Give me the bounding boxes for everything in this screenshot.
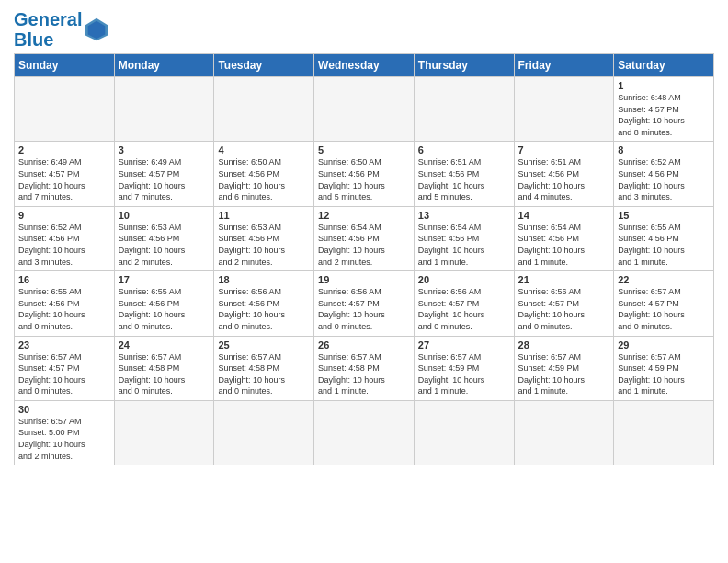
calendar-cell: 10Sunrise: 6:53 AM Sunset: 4:56 PM Dayli… [114, 206, 214, 270]
day-number: 2 [18, 144, 110, 155]
day-number: 27 [418, 339, 510, 350]
calendar-week-row: 16Sunrise: 6:55 AM Sunset: 4:56 PM Dayli… [15, 271, 714, 336]
day-number: 20 [418, 274, 510, 285]
calendar-cell: 6Sunrise: 6:51 AM Sunset: 4:56 PM Daylig… [414, 142, 514, 206]
calendar-header-row: SundayMondayTuesdayWednesdayThursdayFrid… [15, 54, 714, 77]
day-number: 17 [119, 274, 210, 285]
col-header-saturday: Saturday [614, 54, 714, 77]
calendar-cell [514, 400, 614, 465]
calendar-cell: 30Sunrise: 6:57 AM Sunset: 5:00 PM Dayli… [15, 400, 115, 465]
calendar-cell [314, 400, 415, 465]
col-header-thursday: Thursday [414, 54, 514, 77]
col-header-wednesday: Wednesday [314, 54, 415, 77]
day-info: Sunrise: 6:54 AM Sunset: 4:56 PM Dayligh… [318, 222, 410, 268]
day-info: Sunrise: 6:57 AM Sunset: 4:58 PM Dayligh… [119, 351, 210, 397]
calendar-cell [414, 400, 514, 465]
calendar-cell: 22Sunrise: 6:57 AM Sunset: 4:57 PM Dayli… [614, 271, 714, 336]
calendar-cell: 17Sunrise: 6:55 AM Sunset: 4:56 PM Dayli… [114, 271, 214, 336]
calendar-cell [414, 77, 514, 142]
day-number: 28 [518, 339, 610, 350]
logo: General Blue [14, 9, 109, 50]
day-info: Sunrise: 6:52 AM Sunset: 4:56 PM Dayligh… [618, 156, 710, 202]
day-info: Sunrise: 6:57 AM Sunset: 4:59 PM Dayligh… [418, 351, 510, 397]
day-info: Sunrise: 6:57 AM Sunset: 4:59 PM Dayligh… [618, 351, 710, 397]
calendar-cell: 4Sunrise: 6:50 AM Sunset: 4:56 PM Daylig… [214, 142, 314, 206]
calendar-cell: 12Sunrise: 6:54 AM Sunset: 4:56 PM Dayli… [314, 206, 415, 270]
day-number: 16 [18, 274, 110, 285]
calendar-cell [514, 77, 614, 142]
day-info: Sunrise: 6:50 AM Sunset: 4:56 PM Dayligh… [218, 156, 310, 202]
logo-text: General Blue [14, 9, 82, 50]
day-info: Sunrise: 6:57 AM Sunset: 4:58 PM Dayligh… [318, 351, 410, 397]
logo-general: General [14, 9, 82, 29]
calendar-cell [214, 400, 314, 465]
day-number: 5 [318, 144, 410, 155]
day-info: Sunrise: 6:53 AM Sunset: 4:56 PM Dayligh… [218, 222, 310, 268]
calendar-cell: 3Sunrise: 6:49 AM Sunset: 4:57 PM Daylig… [114, 142, 214, 206]
day-info: Sunrise: 6:54 AM Sunset: 4:56 PM Dayligh… [518, 222, 610, 268]
day-number: 10 [119, 210, 210, 221]
day-number: 14 [518, 210, 610, 221]
logo-blue: Blue [14, 29, 53, 50]
day-info: Sunrise: 6:49 AM Sunset: 4:57 PM Dayligh… [18, 156, 110, 202]
calendar-cell: 1Sunrise: 6:48 AM Sunset: 4:57 PM Daylig… [614, 77, 714, 142]
calendar-cell: 23Sunrise: 6:57 AM Sunset: 4:57 PM Dayli… [15, 336, 115, 400]
day-number: 21 [518, 274, 610, 285]
calendar-cell [15, 77, 115, 142]
calendar-cell: 8Sunrise: 6:52 AM Sunset: 4:56 PM Daylig… [614, 142, 714, 206]
calendar-cell: 14Sunrise: 6:54 AM Sunset: 4:56 PM Dayli… [514, 206, 614, 270]
day-info: Sunrise: 6:56 AM Sunset: 4:56 PM Dayligh… [218, 286, 310, 332]
day-number: 18 [218, 274, 310, 285]
calendar-cell: 16Sunrise: 6:55 AM Sunset: 4:56 PM Dayli… [15, 271, 115, 336]
calendar-cell: 26Sunrise: 6:57 AM Sunset: 4:58 PM Dayli… [314, 336, 415, 400]
day-info: Sunrise: 6:57 AM Sunset: 4:57 PM Dayligh… [18, 351, 110, 397]
calendar-cell: 7Sunrise: 6:51 AM Sunset: 4:56 PM Daylig… [514, 142, 614, 206]
day-info: Sunrise: 6:57 AM Sunset: 5:00 PM Dayligh… [18, 416, 110, 462]
logo-icon [84, 17, 109, 42]
day-number: 6 [418, 144, 510, 155]
calendar-cell: 18Sunrise: 6:56 AM Sunset: 4:56 PM Dayli… [214, 271, 314, 336]
day-info: Sunrise: 6:55 AM Sunset: 4:56 PM Dayligh… [119, 286, 210, 332]
calendar-cell: 11Sunrise: 6:53 AM Sunset: 4:56 PM Dayli… [214, 206, 314, 270]
day-info: Sunrise: 6:50 AM Sunset: 4:56 PM Dayligh… [318, 156, 410, 202]
calendar-cell: 21Sunrise: 6:56 AM Sunset: 4:57 PM Dayli… [514, 271, 614, 336]
day-info: Sunrise: 6:51 AM Sunset: 4:56 PM Dayligh… [518, 156, 610, 202]
calendar-cell: 9Sunrise: 6:52 AM Sunset: 4:56 PM Daylig… [15, 206, 115, 270]
day-info: Sunrise: 6:52 AM Sunset: 4:56 PM Dayligh… [18, 222, 110, 268]
day-number: 23 [18, 339, 110, 350]
calendar-week-row: 9Sunrise: 6:52 AM Sunset: 4:56 PM Daylig… [15, 206, 714, 270]
day-number: 22 [618, 274, 710, 285]
calendar-cell: 27Sunrise: 6:57 AM Sunset: 4:59 PM Dayli… [414, 336, 514, 400]
calendar-cell: 13Sunrise: 6:54 AM Sunset: 4:56 PM Dayli… [414, 206, 514, 270]
day-info: Sunrise: 6:48 AM Sunset: 4:57 PM Dayligh… [618, 92, 710, 138]
day-number: 13 [418, 210, 510, 221]
day-number: 3 [119, 144, 210, 155]
calendar-week-row: 30Sunrise: 6:57 AM Sunset: 5:00 PM Dayli… [15, 400, 714, 465]
calendar-cell [114, 77, 214, 142]
calendar-table: SundayMondayTuesdayWednesdayThursdayFrid… [14, 53, 714, 465]
day-number: 26 [318, 339, 410, 350]
day-info: Sunrise: 6:53 AM Sunset: 4:56 PM Dayligh… [119, 222, 210, 268]
day-number: 9 [18, 210, 110, 221]
day-number: 12 [318, 210, 410, 221]
calendar-week-row: 2Sunrise: 6:49 AM Sunset: 4:57 PM Daylig… [15, 142, 714, 206]
day-info: Sunrise: 6:56 AM Sunset: 4:57 PM Dayligh… [418, 286, 510, 332]
col-header-tuesday: Tuesday [214, 54, 314, 77]
day-number: 25 [218, 339, 310, 350]
day-number: 8 [618, 144, 710, 155]
day-info: Sunrise: 6:49 AM Sunset: 4:57 PM Dayligh… [119, 156, 210, 202]
calendar-cell: 20Sunrise: 6:56 AM Sunset: 4:57 PM Dayli… [414, 271, 514, 336]
day-number: 15 [618, 210, 710, 221]
calendar-cell: 19Sunrise: 6:56 AM Sunset: 4:57 PM Dayli… [314, 271, 415, 336]
page-header: General Blue [14, 9, 714, 50]
day-number: 19 [318, 274, 410, 285]
calendar-cell: 5Sunrise: 6:50 AM Sunset: 4:56 PM Daylig… [314, 142, 415, 206]
day-number: 4 [218, 144, 310, 155]
col-header-monday: Monday [114, 54, 214, 77]
day-info: Sunrise: 6:55 AM Sunset: 4:56 PM Dayligh… [618, 222, 710, 268]
calendar-week-row: 23Sunrise: 6:57 AM Sunset: 4:57 PM Dayli… [15, 336, 714, 400]
calendar-cell [214, 77, 314, 142]
day-info: Sunrise: 6:57 AM Sunset: 4:59 PM Dayligh… [518, 351, 610, 397]
calendar-cell: 2Sunrise: 6:49 AM Sunset: 4:57 PM Daylig… [15, 142, 115, 206]
day-number: 30 [18, 404, 110, 415]
